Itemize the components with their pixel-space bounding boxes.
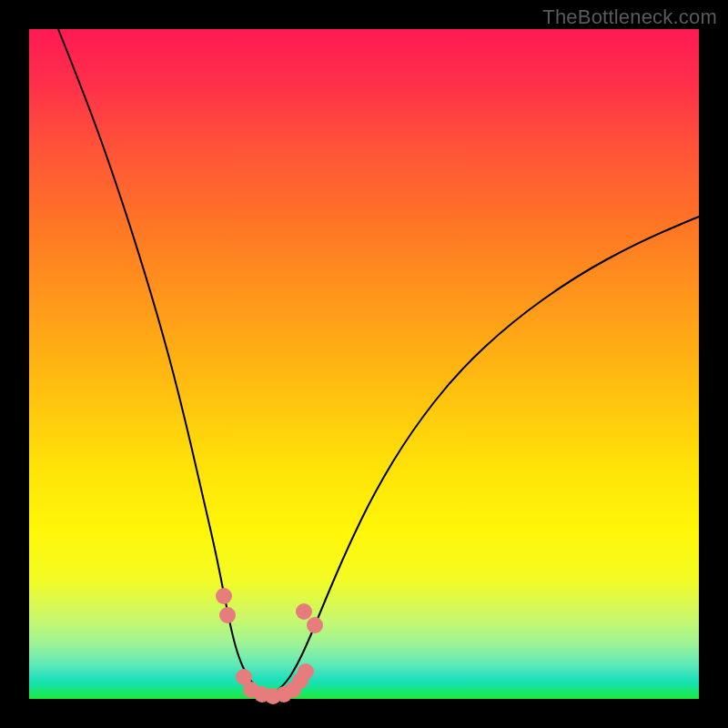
cluster-dot xyxy=(307,617,323,633)
right-curve xyxy=(271,217,699,695)
cluster-dot xyxy=(298,663,314,680)
left-curve xyxy=(58,29,271,695)
cluster-dot xyxy=(219,607,236,623)
outer-frame: TheBottleneck.com xyxy=(0,0,728,728)
plot-area xyxy=(29,29,699,699)
curves-layer xyxy=(29,29,699,699)
cluster-dot xyxy=(216,588,232,604)
watermark-text: TheBottleneck.com xyxy=(542,5,717,29)
cluster-dot xyxy=(296,603,312,620)
